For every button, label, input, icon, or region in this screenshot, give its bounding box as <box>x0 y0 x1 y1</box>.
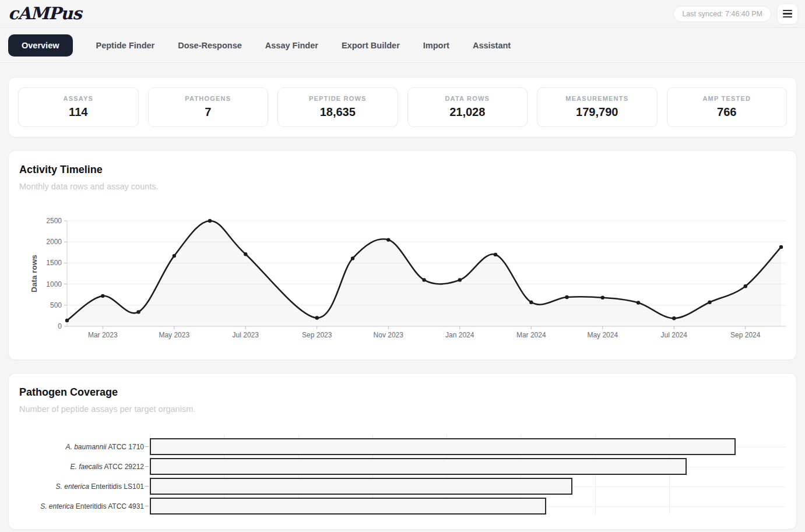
stat-value: 179,790 <box>542 105 652 119</box>
x-tick-label: Mar 2024 <box>516 331 546 339</box>
hamburger-icon <box>783 10 792 12</box>
y-tick-label: 1000 <box>46 280 62 288</box>
y-tick-label: 2000 <box>46 238 62 246</box>
y-tick-label: 2500 <box>46 217 62 225</box>
x-tick-label: Mar 2023 <box>88 331 118 339</box>
stat-label: MEASUREMENTS <box>542 95 652 102</box>
y-tick-label: 500 <box>50 301 62 309</box>
data-point <box>565 295 568 299</box>
tab-assay-finder[interactable]: Assay Finder <box>265 41 318 50</box>
bar-row: S. enterica Enteritidis LS101 <box>19 478 773 495</box>
data-point <box>708 301 711 304</box>
data-point <box>136 310 140 313</box>
stat-pathogens: PATHOGENS 7 <box>148 87 269 127</box>
activity-timeline-title: Activity Timeline <box>19 164 786 176</box>
last-synced-badge: Last synced: 7:46:40 PM <box>673 6 771 22</box>
bar-tick-mark <box>145 506 149 506</box>
data-point <box>101 294 104 298</box>
y-axis-label: Data rows <box>30 255 38 293</box>
bar <box>150 498 546 515</box>
data-point <box>494 253 497 256</box>
bar-track <box>150 438 773 455</box>
x-tick-label: Sep 2023 <box>302 331 332 339</box>
stats-summary-card: ASSAYS 114 PATHOGENS 7 PEPTIDE ROWS 18,6… <box>8 77 797 138</box>
data-point <box>351 256 354 260</box>
stat-label: ASSAYS <box>23 95 133 102</box>
stat-assays: ASSAYS 114 <box>18 87 139 127</box>
pathogen-coverage-card: Pathogen Coverage Number of peptide assa… <box>8 373 797 530</box>
data-point <box>672 316 676 320</box>
stat-value: 766 <box>672 105 782 119</box>
x-tick-label: Jul 2024 <box>661 331 688 339</box>
bar-row: S. enterica Enteritidis ATCC 4931 <box>19 498 773 515</box>
bar-track <box>150 458 773 475</box>
data-point <box>386 238 390 241</box>
data-point <box>315 316 319 319</box>
bar-tick-mark <box>145 466 149 467</box>
stat-value: 7 <box>153 105 263 119</box>
y-tick-label: 1500 <box>46 259 62 267</box>
hamburger-icon <box>783 13 792 15</box>
bar <box>150 478 572 495</box>
x-tick-label: Jan 2024 <box>445 331 474 339</box>
top-header: cAMPus Last synced: 7:46:40 PM <box>0 0 805 28</box>
tab-import[interactable]: Import <box>423 41 449 50</box>
hamburger-menu-button[interactable] <box>777 3 798 24</box>
bar-track <box>150 478 773 495</box>
stat-label: PATHOGENS <box>153 95 263 102</box>
x-tick-label: Sep 2024 <box>730 331 761 339</box>
app-logo: cAMPus <box>8 5 81 22</box>
x-tick-label: Nov 2023 <box>374 331 404 339</box>
tab-peptide-finder[interactable]: Peptide Finder <box>96 41 155 50</box>
x-tick-label: May 2024 <box>587 331 618 339</box>
data-point <box>244 252 247 256</box>
stat-label: AMP TESTED <box>672 95 782 102</box>
tab-export-builder[interactable]: Export Builder <box>342 41 400 50</box>
data-point <box>637 301 640 304</box>
bar-track <box>150 498 773 515</box>
data-point <box>601 296 604 300</box>
stat-measurements: MEASUREMENTS 179,790 <box>537 87 658 127</box>
tab-overview[interactable]: Overview <box>8 34 73 57</box>
bar <box>150 458 687 475</box>
activity-timeline-chart: 05001000150020002500Mar 2023May 2023Jul … <box>19 205 803 348</box>
data-point <box>65 319 69 322</box>
bar-label: A. baumannii ATCC 1710 <box>19 443 144 451</box>
bar-row: A. baumannii ATCC 1710 <box>19 438 773 455</box>
bar-label: S. enterica Enteritidis LS101 <box>19 482 144 491</box>
bar-label: S. enterica Enteritidis ATCC 4931 <box>19 502 144 510</box>
data-point <box>529 301 533 304</box>
stat-data-rows: DATA ROWS 21,028 <box>407 87 528 127</box>
area-fill <box>67 221 781 326</box>
stat-amp-tested: AMP TESTED 766 <box>667 87 788 127</box>
tab-assistant[interactable]: Assistant <box>473 41 511 50</box>
data-point <box>779 245 783 249</box>
data-point <box>173 254 176 258</box>
bar-tick-mark <box>145 446 149 447</box>
main-nav: Overview Peptide Finder Dose-Response As… <box>0 28 805 63</box>
x-tick-label: May 2023 <box>159 331 189 339</box>
data-point <box>744 284 747 288</box>
stat-value: 21,028 <box>413 105 523 119</box>
data-point <box>208 219 212 223</box>
tab-dose-response[interactable]: Dose-Response <box>178 41 242 50</box>
x-tick-label: Jul 2023 <box>233 331 259 339</box>
pathogen-coverage-chart: A. baumannii ATCC 1710E. faecalis ATCC 2… <box>19 438 786 515</box>
stat-value: 114 <box>23 105 133 119</box>
bar-tick-mark <box>145 486 149 487</box>
stat-label: PEPTIDE ROWS <box>283 95 393 102</box>
stat-peptide-rows: PEPTIDE ROWS 18,635 <box>277 87 398 127</box>
stat-value: 18,635 <box>283 105 393 119</box>
pathogen-coverage-title: Pathogen Coverage <box>19 386 786 399</box>
bar-label: E. faecalis ATCC 29212 <box>19 463 144 471</box>
y-tick-label: 0 <box>58 322 62 330</box>
activity-timeline-card: Activity Timeline Monthly data rows and … <box>8 150 797 360</box>
activity-timeline-subtitle: Monthly data rows and assay counts. <box>19 182 786 191</box>
stat-label: DATA ROWS <box>413 95 523 102</box>
data-point <box>458 278 462 281</box>
data-point <box>422 278 426 281</box>
bar-row: E. faecalis ATCC 29212 <box>19 458 773 475</box>
pathogen-coverage-subtitle: Number of peptide assays per target orga… <box>19 404 786 414</box>
hamburger-icon <box>783 16 792 18</box>
bar <box>150 438 736 455</box>
